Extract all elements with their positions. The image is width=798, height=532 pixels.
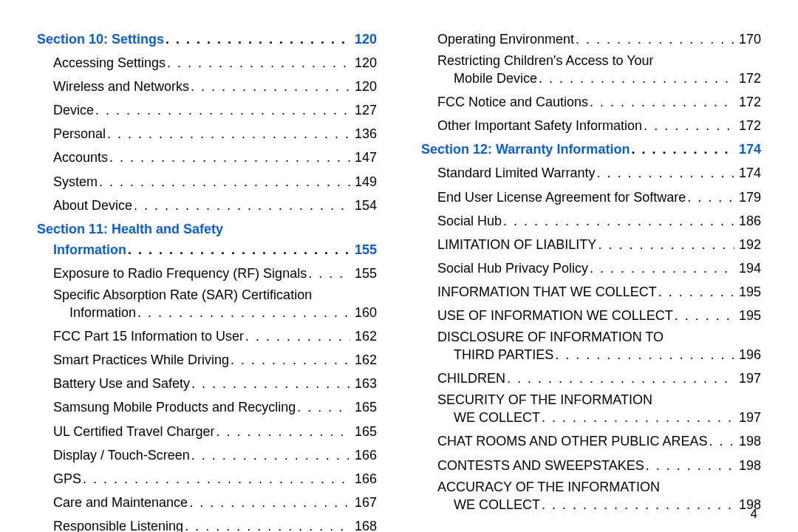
toc-entry[interactable]: UL Certified Travel Charger165: [37, 422, 377, 441]
toc-columns: Section 10: Settings120Accessing Setting…: [37, 30, 761, 502]
toc-entry[interactable]: Restricting Children's Access to Your: [421, 53, 761, 69]
toc-entry[interactable]: About Device154: [37, 196, 377, 215]
toc-entry-label: About Device: [53, 196, 132, 215]
toc-entry-label: FCC Notice and Cautions: [437, 92, 588, 112]
toc-page-number: 174: [736, 163, 761, 183]
toc-page-number: 186: [736, 211, 761, 231]
toc-entry-label: INFORMATION THAT WE COLLECT: [437, 282, 657, 301]
toc-entry-label: LIMITATION OF LIABILITY: [437, 235, 596, 254]
toc-right-column: Operating Environment170Restricting Chil…: [421, 30, 761, 502]
toc-entry[interactable]: Device127: [37, 100, 377, 120]
toc-section-heading[interactable]: Section 11: Health and Safety: [37, 219, 377, 239]
toc-page-number: 198: [736, 456, 761, 475]
toc-entry-cont[interactable]: Mobile Device172: [421, 69, 761, 88]
toc-page-number: 127: [352, 100, 377, 120]
toc-entry[interactable]: Exposure to Radio Frequency (RF) Signals…: [37, 264, 377, 283]
leader-dots: [231, 350, 350, 369]
leader-dots: [137, 303, 350, 322]
toc-entry[interactable]: Standard Limited Warranty174: [421, 163, 761, 183]
toc-page-number: 172: [736, 92, 761, 112]
toc-entry-label: Care and Maintenance: [53, 493, 188, 512]
toc-entry[interactable]: Other Important Safety Information172: [421, 116, 761, 135]
toc-section-heading[interactable]: Section 10: Settings120: [37, 30, 377, 49]
toc-page-number: 163: [352, 374, 377, 393]
leader-dots: [189, 493, 350, 512]
toc-entry[interactable]: CONTESTS AND SWEEPSTAKES198: [421, 456, 761, 475]
toc-entry-label: Standard Limited Warranty: [437, 163, 595, 183]
toc-entry-label: Smart Practices While Driving: [53, 350, 229, 369]
toc-entry-cont[interactable]: WE COLLECT197: [421, 408, 761, 427]
toc-entry[interactable]: Samsung Mobile Products and Recycling165: [37, 398, 377, 417]
leader-dots: [216, 422, 350, 441]
toc-entry[interactable]: Personal136: [37, 124, 377, 143]
toc-entry[interactable]: Responsible Listening168: [37, 516, 377, 532]
toc-entry[interactable]: FCC Part 15 Information to User162: [37, 327, 377, 346]
toc-entry[interactable]: Social Hub186: [421, 211, 761, 231]
toc-entry[interactable]: Accounts147: [37, 148, 377, 167]
toc-entry-label: WE COLLECT: [454, 495, 540, 514]
toc-entry[interactable]: SECURITY OF THE INFORMATION: [421, 392, 761, 408]
toc-entry-label: Display / Touch-Screen: [53, 446, 190, 465]
toc-entry[interactable]: End User License Agreement for Software1…: [421, 188, 761, 207]
toc-entry[interactable]: Battery Use and Safety163: [37, 374, 377, 393]
toc-entry-cont[interactable]: Information160: [37, 303, 377, 322]
toc-entry[interactable]: Operating Environment170: [421, 30, 761, 49]
toc-entry[interactable]: System149: [37, 172, 377, 191]
toc-entry[interactable]: CHILDREN197: [421, 369, 761, 388]
leader-dots: [191, 374, 350, 393]
leader-dots: [167, 53, 350, 72]
leader-dots: [128, 240, 350, 259]
leader-dots: [166, 30, 350, 49]
toc-page-number: 195: [736, 306, 761, 325]
toc-entry[interactable]: INFORMATION THAT WE COLLECT195: [421, 282, 761, 301]
toc-entry-label: Accessing Settings: [53, 53, 166, 72]
toc-entry-cont[interactable]: THIRD PARTIES196: [421, 345, 761, 364]
toc-entry-label: CHILDREN: [437, 369, 505, 388]
leader-dots: [83, 469, 350, 488]
toc-page-number: 149: [352, 172, 377, 191]
toc-entry-label: THIRD PARTIES: [454, 345, 553, 364]
toc-page-number: 170: [736, 30, 761, 49]
toc-entry-label: GPS: [53, 469, 81, 488]
toc-section-heading[interactable]: Section 12: Warranty Information174: [421, 140, 761, 159]
leader-dots: [590, 259, 734, 278]
toc-page-number: 165: [352, 422, 377, 441]
toc-entry[interactable]: DISCLOSURE OF INFORMATION TO: [421, 330, 761, 345]
toc-entry-label: WE COLLECT: [454, 408, 540, 427]
leader-dots: [598, 235, 734, 254]
leader-dots: [503, 211, 734, 231]
leader-dots: [245, 327, 350, 346]
toc-section-heading-cont[interactable]: Information155: [37, 240, 377, 259]
toc-page-number: 166: [352, 469, 377, 488]
leader-dots: [134, 196, 350, 215]
toc-page-number: 198: [736, 432, 761, 451]
toc-entry[interactable]: Accessing Settings120: [37, 53, 377, 72]
toc-page-number: 167: [352, 493, 377, 512]
toc-entry[interactable]: USE OF INFORMATION WE COLLECT195: [421, 306, 761, 325]
toc-entry[interactable]: GPS166: [37, 469, 377, 488]
toc-entry[interactable]: Specific Absorption Rate (SAR) Certifica…: [37, 287, 377, 303]
toc-page-number: 162: [352, 350, 377, 369]
toc-page-number: 179: [736, 188, 761, 207]
toc-entry[interactable]: Display / Touch-Screen166: [37, 446, 377, 465]
toc-page-number: 174: [736, 140, 761, 159]
toc-entry[interactable]: LIMITATION OF LIABILITY192: [421, 235, 761, 254]
toc-entry[interactable]: Smart Practices While Driving162: [37, 350, 377, 369]
toc-entry-label: Mobile Device: [454, 69, 537, 88]
leader-dots: [596, 163, 734, 183]
leader-dots: [576, 30, 734, 49]
toc-entry[interactable]: CHAT ROOMS AND OTHER PUBLIC AREAS198: [421, 432, 761, 451]
toc-page-number: 155: [352, 240, 377, 259]
toc-entry-label: Accounts: [53, 148, 108, 167]
toc-entry[interactable]: FCC Notice and Cautions172: [421, 92, 761, 112]
toc-entry[interactable]: Social Hub Privacy Policy194: [421, 259, 761, 278]
toc-entry[interactable]: ACCURACY OF THE INFORMATION: [421, 480, 761, 495]
leader-dots: [539, 69, 734, 88]
toc-page-number: 147: [352, 148, 377, 167]
toc-entry[interactable]: Care and Maintenance167: [37, 493, 377, 512]
toc-entry-cont[interactable]: WE COLLECT198: [421, 495, 761, 514]
leader-dots: [542, 495, 734, 514]
leader-dots: [555, 345, 734, 364]
toc-entry-label: Wireless and Networks: [53, 77, 189, 96]
toc-entry[interactable]: Wireless and Networks120: [37, 77, 377, 96]
